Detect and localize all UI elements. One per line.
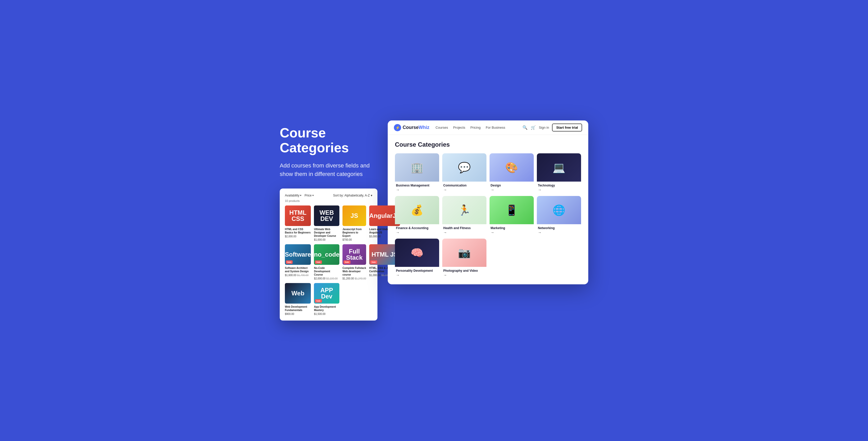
logo-icon: ⚡: [394, 124, 401, 131]
nav-link-for-business[interactable]: For Business: [486, 126, 505, 130]
page-container: Course Categories Add courses from diver…: [280, 121, 588, 320]
category-info: Finance & Accounting →: [395, 224, 439, 236]
category-image: 🏃: [442, 196, 487, 224]
thumb-text: no_code: [314, 251, 339, 258]
category-info: Business Management →: [395, 181, 439, 193]
original-price: $1,240.00: [355, 277, 366, 280]
list-item[interactable]: Full Stack Sale Complete Fullstack Web d…: [342, 244, 366, 280]
availability-filter[interactable]: Availability: [285, 194, 301, 197]
start-free-button[interactable]: Start free trial: [552, 124, 582, 132]
category-name: Networking: [538, 226, 580, 230]
category-card-design[interactable]: 🎨 Design →: [490, 153, 534, 193]
category-card-communication[interactable]: 💬 Communication →: [442, 153, 487, 193]
nav-link-pricing[interactable]: Pricing: [470, 126, 480, 130]
category-illustration: 🎨: [505, 162, 518, 174]
list-item[interactable]: no_code Sale No-Code Development Course …: [314, 244, 339, 280]
original-price: $1,700.00: [297, 274, 309, 277]
category-card-marketing[interactable]: 📱 Marketing →: [490, 196, 534, 236]
category-image: 💻: [537, 153, 581, 181]
product-name: Web Development Fundamentals: [285, 305, 311, 312]
category-info: Health and Fitness →: [442, 224, 487, 236]
category-arrow: →: [443, 188, 486, 192]
product-thumbnail: Full Stack Sale: [342, 244, 366, 265]
product-name: Software Architect and System Design: [285, 266, 311, 273]
category-image: 💰: [395, 196, 439, 224]
thumb-text: Web: [291, 290, 304, 296]
sort-chevron-icon: ▾: [371, 194, 372, 197]
category-image: 🏢: [395, 153, 439, 181]
list-item[interactable]: Software Sale Software Architect and Sys…: [285, 244, 311, 280]
category-image: 💬: [442, 153, 487, 181]
category-info: Personality Development →: [395, 267, 439, 278]
filters-bar: Availability Price Sort by: Alphabetical…: [285, 194, 372, 197]
category-info: Design →: [490, 181, 534, 193]
category-arrow: →: [491, 230, 533, 235]
product-name: HTML and CSS Basics for Beginners: [285, 228, 311, 234]
product-name: Javascript from Beginners to Expert: [342, 228, 366, 238]
sale-badge: Sale: [370, 261, 377, 264]
category-info: Networking →: [537, 224, 581, 236]
category-card-personality[interactable]: 🧠 Personality Development →: [395, 239, 439, 278]
category-card-business[interactable]: 🏢 Business Management →: [395, 153, 439, 193]
category-name: Finance & Accounting: [396, 226, 438, 230]
category-info: Marketing →: [490, 224, 534, 236]
logo-course: CourseWhiz: [403, 125, 429, 130]
category-card-networking[interactable]: 🌐 Networking →: [537, 196, 581, 236]
list-item[interactable]: HTML CSS HTML and CSS Basics for Beginne…: [285, 205, 311, 241]
product-thumbnail: WEB DEV: [314, 205, 339, 226]
hero-title: Course Categories: [280, 126, 377, 155]
sale-badge: Sale: [286, 261, 292, 264]
navbar: ⚡ CourseWhiz CoursesProjectsPricingFor B…: [388, 121, 588, 135]
signin-button[interactable]: Sign in: [539, 126, 549, 130]
nav-link-projects[interactable]: Projects: [453, 126, 465, 130]
category-illustration: 🧠: [411, 247, 424, 259]
nav-actions: 🔍 🛒 Sign in Start free trial: [522, 124, 582, 132]
coursewhiz-window: ⚡ CourseWhiz CoursesProjectsPricingFor B…: [388, 121, 588, 284]
product-count: 10 products: [285, 199, 372, 202]
list-item[interactable]: APP Dev Sale App Development Mastery $1,…: [314, 283, 339, 315]
category-illustration: 📷: [458, 247, 471, 259]
product-price: $2,000.00$2,100.00: [314, 277, 339, 280]
product-thumbnail: Web: [285, 283, 311, 304]
product-price: $2,000.00: [285, 235, 311, 238]
list-item[interactable]: WEB DEV Ultimate Web Designer and Develo…: [314, 205, 339, 241]
sale-badge: Sale: [315, 261, 322, 264]
nav-link-courses[interactable]: Courses: [436, 126, 448, 130]
filter-left: Availability Price: [285, 194, 314, 197]
category-name: Photography and Video: [443, 269, 486, 272]
price-filter[interactable]: Price: [304, 194, 313, 197]
product-name: No-Code Development Course: [314, 266, 339, 276]
thumb-text: HTML CSS: [285, 210, 311, 222]
search-icon[interactable]: 🔍: [522, 125, 528, 130]
category-info: Technology →: [537, 181, 581, 193]
list-item[interactable]: Web Web Development Fundamentals $900.00: [285, 283, 311, 315]
category-image: 📷: [442, 239, 487, 267]
product-name: Complete Fullstack Web developer course: [342, 266, 366, 276]
category-name: Communication: [443, 184, 486, 187]
category-arrow: →: [396, 188, 438, 192]
list-item[interactable]: JS Javascript from Beginners to Expert $…: [342, 205, 366, 241]
product-price: $1,200.00$1,240.00: [342, 277, 366, 280]
category-image: 🌐: [537, 196, 581, 224]
category-illustration: 🏃: [458, 204, 471, 216]
category-illustration: 💰: [411, 204, 424, 216]
category-card-darkbiz[interactable]: 💻 Technology →: [537, 153, 581, 193]
cart-icon[interactable]: 🛒: [531, 125, 536, 130]
category-name: Health and Fitness: [443, 226, 486, 230]
nav-links: CoursesProjectsPricingFor Business: [436, 126, 516, 130]
category-name: Personality Development: [396, 269, 438, 272]
product-name: Ultimate Web Designer and Developer Cour…: [314, 228, 339, 238]
category-name: Technology: [538, 184, 580, 187]
category-card-photo[interactable]: 📷 Photography and Video →: [442, 239, 487, 278]
main-content: Course Categories 🏢 Business Management …: [388, 135, 588, 284]
category-image: 🎨: [490, 153, 534, 181]
product-price: $1,500.00: [314, 313, 339, 315]
categories-grid: 🏢 Business Management → 💬 Communication …: [395, 153, 581, 278]
sort-control[interactable]: Sort by: Alphabetically, A-Z ▾: [333, 194, 372, 197]
category-card-finance[interactable]: 💰 Finance & Accounting →: [395, 196, 439, 236]
product-thumbnail: APP Dev Sale: [314, 283, 339, 304]
category-card-health[interactable]: 🏃 Health and Fitness →: [442, 196, 487, 236]
category-name: Business Management: [396, 184, 438, 187]
product-thumbnail: Software Sale: [285, 244, 311, 265]
category-arrow: →: [443, 230, 486, 235]
